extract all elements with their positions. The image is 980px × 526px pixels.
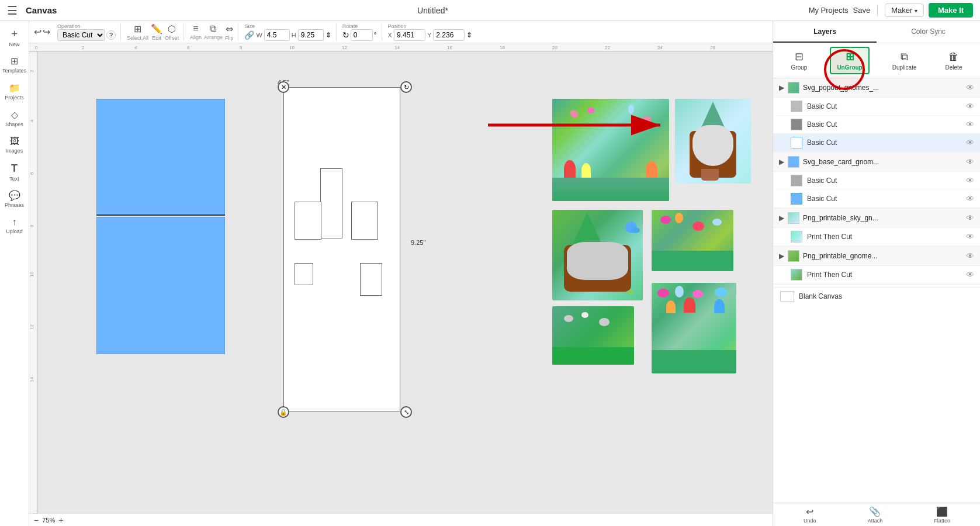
y-input[interactable]: [433, 29, 465, 41]
redo-button[interactable]: ↪: [43, 26, 50, 37]
sidebar-item-templates[interactable]: ⊞ Templates: [2, 51, 27, 77]
sidebar-item-images[interactable]: 🖼 Images: [2, 132, 27, 158]
ungroup-icon: ⊞: [846, 50, 854, 63]
sidebar-item-upload[interactable]: ↑ Upload: [2, 213, 27, 238]
svg-text:6: 6: [187, 45, 190, 50]
delete-button[interactable]: 🗑 Delete: [940, 49, 968, 73]
flip-button[interactable]: ⇔ Flip: [225, 23, 234, 41]
offset-button[interactable]: ⬡ Offset: [165, 23, 179, 41]
hamburger-icon[interactable]: ☰: [7, 4, 18, 18]
rotate-input[interactable]: [351, 29, 373, 41]
ungroup-button[interactable]: ⊞ UnGroup: [830, 47, 869, 74]
shapes-icon: ◇: [11, 109, 18, 120]
layer-bc4[interactable]: Basic Cut 👁: [773, 172, 980, 190]
ruler-left: 2 4 6 8 10 12 14: [29, 52, 38, 514]
templates-icon: ⊞: [11, 56, 18, 67]
flatten-button[interactable]: ⬛ Flatten: [929, 504, 955, 526]
sidebar-projects-label: Projects: [5, 95, 24, 101]
ptc1-eye[interactable]: 👁: [966, 232, 974, 241]
group-label: Group: [791, 64, 808, 71]
text-icon: T: [11, 162, 18, 175]
bc2-eye[interactable]: 👁: [966, 120, 974, 129]
sidebar-item-projects[interactable]: 📁 Projects: [2, 78, 27, 104]
bc5-eye[interactable]: 👁: [966, 194, 974, 203]
bc3-name: Basic Cut: [807, 139, 961, 147]
rotate-group: Rotate ↻ °: [342, 23, 382, 41]
eye-icon-g4[interactable]: 👁: [966, 251, 974, 261]
layer-bc5[interactable]: Basic Cut 👁: [773, 190, 980, 208]
upload-icon: ↑: [12, 217, 17, 227]
bc4-eye[interactable]: 👁: [966, 176, 974, 185]
eye-icon-g1[interactable]: 👁: [966, 83, 974, 92]
eye-icon-g2[interactable]: 👁: [966, 157, 974, 167]
rotate-label: Rotate: [342, 23, 377, 29]
h-input[interactable]: [298, 29, 324, 41]
zoom-out-button[interactable]: −: [34, 515, 39, 525]
svg-text:2: 2: [29, 70, 34, 72]
svg-text:6: 6: [29, 172, 34, 175]
operation-select[interactable]: Basic Cut: [57, 29, 105, 41]
bc1-eye[interactable]: 👁: [966, 102, 974, 111]
left-sidebar: + New ⊞ Templates 📁 Projects ◇ Shapes 🖼 …: [0, 21, 29, 526]
svg-text:12: 12: [29, 324, 34, 330]
attach-button[interactable]: 📎 Attach: [863, 504, 888, 526]
undo-bottom-button[interactable]: ↩ Undo: [799, 504, 821, 526]
maker-button[interactable]: Maker ▾: [885, 4, 924, 17]
align-button[interactable]: ≡ Align: [190, 23, 202, 40]
handle-bottom-right[interactable]: ⤡: [400, 406, 412, 418]
ptc2-eye[interactable]: 👁: [966, 270, 974, 279]
duplicate-icon: ⧉: [901, 51, 908, 63]
card-outline[interactable]: [283, 87, 400, 411]
ptc1-thumb: [791, 231, 802, 243]
eye-icon-g3[interactable]: 👁: [966, 213, 974, 223]
group-icon: ⊟: [795, 50, 804, 63]
flatten-icon: ⬛: [936, 506, 948, 517]
arrange-button[interactable]: ⧉ Arrange: [204, 23, 223, 40]
gnome-image-1: [552, 99, 669, 201]
sidebar-item-phrases[interactable]: 💬 Phrases: [2, 186, 27, 212]
undo-bottom-label: Undo: [804, 518, 816, 524]
handle-top-left[interactable]: ✕: [278, 81, 289, 93]
position-expand-button[interactable]: ⇕: [466, 31, 472, 39]
my-projects-button[interactable]: My Projects: [809, 6, 849, 15]
layer-list: ▶ Svg_popout_gnomes_... 👁 Basic Cut 👁 Ba…: [773, 78, 980, 305]
bc3-eye[interactable]: 👁: [966, 138, 974, 147]
sidebar-item-new[interactable]: + New: [2, 25, 27, 50]
layer-group-png-sky-header[interactable]: ▶ Png_printable_sky_gn... 👁: [773, 209, 980, 228]
zoom-in-button[interactable]: +: [58, 515, 63, 525]
save-button[interactable]: Save: [853, 6, 871, 15]
w-input[interactable]: [264, 29, 290, 41]
bc3-thumb: [791, 137, 802, 148]
svg-text:16: 16: [447, 45, 452, 50]
size-expand-button[interactable]: ⇕: [325, 31, 331, 39]
svg-text:20: 20: [552, 45, 557, 50]
group-button[interactable]: ⊟ Group: [785, 48, 813, 73]
blue-rect-top: [96, 99, 225, 216]
tab-color-sync[interactable]: Color Sync: [877, 21, 980, 43]
x-input[interactable]: [394, 29, 425, 41]
duplicate-button[interactable]: ⧉ Duplicate: [886, 49, 923, 73]
layer-bc1[interactable]: Basic Cut 👁: [773, 98, 980, 116]
sidebar-item-shapes[interactable]: ◇ Shapes: [2, 105, 27, 131]
layer-bc3[interactable]: Basic Cut 👁: [773, 134, 980, 152]
select-all-button[interactable]: ⊞ Select All: [127, 23, 148, 41]
layer-group-svg-base-header[interactable]: ▶ Svg_base_card_gnom... 👁: [773, 153, 980, 172]
layer-group-png-gnome-header[interactable]: ▶ Png_printable_gnome... 👁: [773, 247, 980, 266]
group-thumb-1: [788, 82, 799, 94]
undo-button[interactable]: ↩: [34, 26, 41, 37]
layer-ptc2[interactable]: Print Then Cut 👁: [773, 266, 980, 284]
layer-group-svg-popout-header[interactable]: ▶ Svg_popout_gnomes_... 👁: [773, 78, 980, 98]
edit-button[interactable]: ✏️ Edit: [151, 23, 162, 41]
make-it-button[interactable]: Make It: [929, 3, 973, 18]
tab-layers[interactable]: Layers: [773, 21, 877, 43]
operation-help[interactable]: ?: [106, 30, 116, 40]
handle-bottom-left[interactable]: 🔒: [278, 406, 289, 418]
expand-icon-2: ▶: [779, 158, 784, 166]
phrases-icon: 💬: [9, 190, 20, 201]
layer-bc2[interactable]: Basic Cut 👁: [773, 116, 980, 134]
undo-bottom-icon: ↩: [806, 506, 813, 517]
layer-ptc1[interactable]: Print Then Cut 👁: [773, 228, 980, 246]
align-group: ≡ Align ⧉ Arrange ⇔ Flip: [190, 23, 239, 41]
sidebar-item-text[interactable]: T Text: [2, 159, 27, 185]
handle-top-right[interactable]: ↻: [400, 81, 412, 93]
